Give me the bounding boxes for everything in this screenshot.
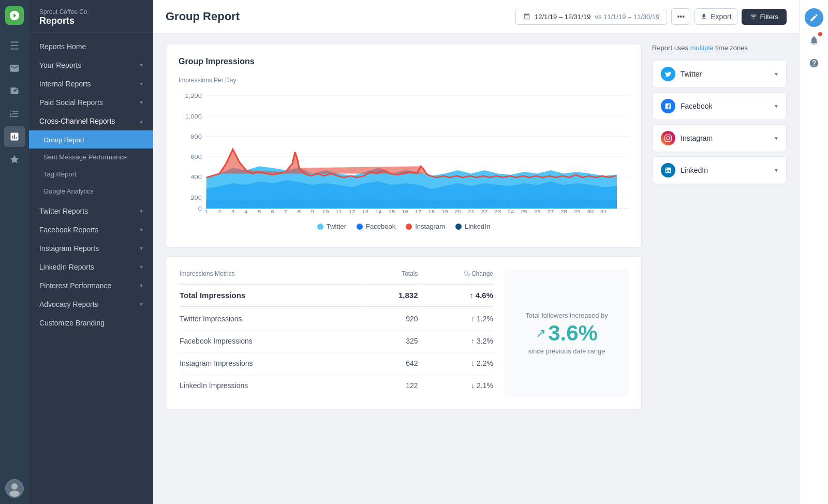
metric-label-3: Instagram Impressions: [180, 352, 367, 374]
nav-publish[interactable]: [4, 103, 25, 124]
nav-inbox[interactable]: [4, 58, 25, 79]
nav-advocacy[interactable]: [4, 149, 25, 170]
section-paid-social: Paid Social Reports ▾: [29, 93, 153, 112]
section-header-cross-channel[interactable]: Cross-Channel Reports ▴: [29, 112, 153, 131]
svg-text:600: 600: [190, 154, 202, 160]
help-icon[interactable]: [805, 54, 823, 72]
date-range-button[interactable]: 12/1/19 – 12/31/19 vs 11/1/19 – 11/30/19: [515, 9, 667, 25]
sidebar-item-reports-home[interactable]: Reports Home: [29, 37, 153, 56]
svg-text:16: 16: [402, 209, 408, 214]
svg-text:200: 200: [190, 195, 202, 201]
svg-text:10: 10: [322, 209, 329, 214]
chevron-icon: ▾: [140, 282, 143, 289]
timezone-link[interactable]: multiple: [690, 44, 714, 52]
more-options-button[interactable]: •••: [671, 8, 690, 25]
section-header-facebook[interactable]: Facebook Reports ▾: [29, 220, 153, 239]
svg-text:6: 6: [271, 209, 274, 214]
svg-text:18: 18: [428, 209, 435, 214]
nav-tasks[interactable]: [4, 81, 25, 101]
metric-value-1: 920: [368, 308, 418, 329]
section-linkedin-reports: LinkedIn Reports ▾: [29, 258, 153, 276]
metric-value-2: 325: [368, 330, 418, 351]
sidebar-item-sent-message[interactable]: Sent Message Performance: [29, 149, 153, 166]
section-instagram-reports: Instagram Reports ▾: [29, 239, 153, 258]
platform-header-twitter[interactable]: Twitter ▾: [653, 61, 786, 87]
app-logo[interactable]: [5, 6, 24, 25]
chevron-icon: ▾: [140, 80, 143, 87]
col-header-totals: Totals: [368, 270, 418, 283]
svg-text:9: 9: [310, 209, 314, 214]
section-pinterest: Pinterest Performance ▾: [29, 276, 153, 295]
platform-header-instagram[interactable]: Instagram ▾: [653, 125, 786, 152]
sidebar-header: Sprout Coffee Co. Reports: [29, 0, 153, 33]
platform-header-facebook[interactable]: Facebook ▾: [653, 93, 786, 120]
section-header-linkedin[interactable]: LinkedIn Reports ▾: [29, 258, 153, 276]
chart-area: 1,200 1,000 800 600 400 200 0: [179, 90, 629, 235]
instagram-icon: [661, 131, 675, 145]
metrics-table: Impressions Metrics Totals % Change Tota…: [179, 269, 494, 397]
section-header-advocacy[interactable]: Advocacy Reports ▾: [29, 295, 153, 314]
ellipsis-icon: •••: [677, 12, 685, 21]
facebook-icon: [661, 99, 675, 113]
nav-reports[interactable]: [4, 126, 25, 147]
svg-text:17: 17: [415, 209, 422, 214]
followers-arrow-icon: ↗: [536, 326, 546, 340]
svg-point-1: [11, 483, 18, 490]
export-button[interactable]: Export: [694, 8, 737, 25]
svg-text:27: 27: [548, 209, 554, 214]
chart-legend: Twitter Facebook Instagram LinkedIn: [179, 223, 629, 230]
section-internal-reports: Internal Reports ▾: [29, 75, 153, 93]
notifications-icon[interactable]: [805, 31, 823, 50]
platform-instagram: Instagram ▾: [652, 124, 787, 152]
sidebar-item-google-analytics[interactable]: Google Analytics: [29, 183, 153, 200]
platform-header-linkedin[interactable]: LinkedIn ▾: [653, 157, 786, 184]
chevron-icon: ▴: [140, 117, 143, 125]
legend-dot-twitter: [317, 224, 323, 230]
metric-label-2: Facebook Impressions: [180, 330, 367, 351]
platform-left-twitter: Twitter: [661, 67, 702, 81]
company-name: Sprout Coffee Co.: [39, 8, 143, 16]
metric-value-0: 1,832: [368, 284, 418, 307]
compose-button[interactable]: [805, 8, 823, 27]
sidebar-item-tag-report[interactable]: Tag Report: [29, 166, 153, 183]
svg-text:14: 14: [375, 209, 382, 214]
page-title: Group Report: [166, 10, 240, 23]
filters-button[interactable]: Filters: [742, 9, 787, 25]
date-vs: vs 11/1/19 – 11/30/19: [595, 13, 659, 21]
platform-linkedin: LinkedIn ▾: [652, 156, 787, 184]
content-left: Group Impressions Impressions Per Day 1,…: [166, 44, 642, 494]
legend-facebook: Facebook: [357, 223, 395, 230]
svg-text:3: 3: [231, 209, 234, 214]
svg-text:8: 8: [298, 209, 301, 214]
section-header-your-reports[interactable]: Your Reports ▾: [29, 56, 153, 75]
header-controls: 12/1/19 – 12/31/19 vs 11/1/19 – 11/30/19…: [515, 8, 787, 25]
svg-text:5: 5: [258, 209, 261, 214]
nav-compose[interactable]: [4, 35, 25, 56]
user-avatar[interactable]: [5, 479, 24, 498]
chevron-icon: ▾: [140, 245, 143, 252]
section-header-paid-social[interactable]: Paid Social Reports ▾: [29, 93, 153, 112]
section-header-pinterest[interactable]: Pinterest Performance ▾: [29, 276, 153, 295]
section-header-internal-reports[interactable]: Internal Reports ▾: [29, 75, 153, 93]
col-header-change: % Change: [419, 270, 493, 283]
svg-text:29: 29: [574, 209, 581, 214]
notification-badge: [818, 32, 822, 36]
section-header-branding[interactable]: Customize Branding: [29, 314, 153, 332]
svg-text:1,000: 1,000: [185, 113, 202, 120]
sidebar-item-group-report[interactable]: Group Report: [29, 131, 153, 149]
twitter-icon: [661, 67, 675, 81]
chevron-icon: ▾: [140, 99, 143, 106]
svg-text:22: 22: [481, 209, 488, 214]
platform-left-facebook: Facebook: [661, 99, 712, 113]
followers-box: Total followers increased by ↗ 3.6% sinc…: [505, 269, 629, 397]
module-title: Reports: [39, 16, 143, 26]
section-header-twitter[interactable]: Twitter Reports ▾: [29, 202, 153, 220]
chart-card-title: Group Impressions: [179, 57, 629, 66]
svg-text:24: 24: [508, 209, 514, 214]
followers-percentage: 3.6%: [548, 322, 598, 344]
section-header-instagram[interactable]: Instagram Reports ▾: [29, 239, 153, 258]
platform-left-linkedin: LinkedIn: [661, 163, 708, 177]
sidebar-nav: Reports Home Your Reports ▾ Internal Rep…: [29, 33, 153, 336]
svg-text:2: 2: [218, 209, 221, 214]
section-advocacy: Advocacy Reports ▾: [29, 295, 153, 314]
